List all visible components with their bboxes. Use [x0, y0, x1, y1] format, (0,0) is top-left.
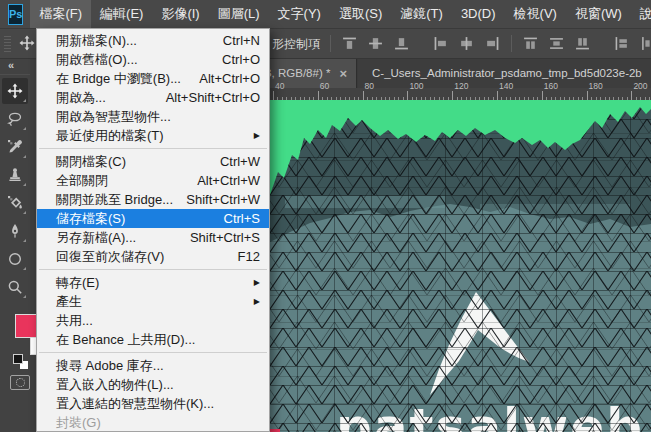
menu-item[interactable]: 另存新檔(A)...Shift+Ctrl+S [37, 228, 269, 247]
menubar-item-10[interactable]: 視窗(W) [566, 0, 631, 28]
menu-item-label: 最近使用的檔案(T) [56, 127, 164, 145]
distribute-bottom-icon[interactable] [575, 36, 590, 51]
ruler-tick-60: 60 [318, 91, 319, 100]
menu-item[interactable]: 搜尋 Adobe 庫存... [37, 356, 269, 375]
submenu-arrow-icon: ▶ [254, 278, 260, 287]
menu-item[interactable]: 共用... [37, 311, 269, 330]
collapse-panel-icon[interactable]: « [0, 58, 30, 75]
document-canvas[interactable]: patsalweb [270, 100, 651, 432]
default-foreground-chip [13, 354, 23, 364]
ruler-tick-120: 120 [452, 91, 453, 100]
tool-list [0, 78, 30, 300]
menu-item-label: 開新檔案(N)... [56, 32, 137, 50]
distribute-hcenter-icon[interactable] [640, 36, 651, 51]
menu-item[interactable]: 全部關閉Alt+Ctrl+W [37, 171, 269, 190]
menubar-item-7[interactable]: 濾鏡(T) [391, 0, 452, 28]
menu-item[interactable]: 開新檔案(N)...Ctrl+N [37, 31, 269, 50]
tab-label: C-_Users_Administrator_psdamo_tmp_bd5d02… [372, 67, 642, 79]
menu-item-label: 另存新檔(A)... [56, 229, 136, 247]
ruler-tick-80: 80 [363, 91, 364, 100]
menubar-item-4[interactable]: 圖層(L) [209, 0, 269, 28]
menu-item-label: 開啟為... [56, 89, 106, 107]
menu-item[interactable]: 關閉並跳至 Bridge...Shift+Ctrl+W [37, 190, 269, 209]
photoshop-window: Ps 檔案(F)編輯(E)影像(I)圖層(L)文字(Y)選取(S)濾鏡(T)3D… [0, 0, 651, 432]
menu-item[interactable]: 最近使用的檔案(T)▶ [37, 126, 269, 145]
menu-item-shortcut: Ctrl+O [222, 52, 260, 67]
menu-item-shortcut: Ctrl+W [220, 154, 260, 169]
menu-item[interactable]: 置入連結的智慧型物件(K)... [37, 394, 269, 413]
menu-item[interactable]: 在 Bridge 中瀏覽(B)...Alt+Ctrl+O [37, 69, 269, 88]
menu-item: 封裝(G) [37, 413, 269, 432]
tab-label: B, RGB/8#) * [264, 67, 330, 79]
pen-tool[interactable] [2, 218, 28, 244]
menubar-item-2[interactable]: 編輯(E) [91, 0, 152, 28]
ruler-tick-160: 160 [542, 91, 543, 100]
close-tab-icon[interactable]: × [339, 67, 347, 80]
menu-item-label: 在 Bridge 中瀏覽(B)... [56, 70, 181, 88]
menu-item[interactable]: 轉存(E)▶ [37, 273, 269, 292]
menu-item-shortcut: Ctrl+S [224, 211, 260, 226]
tools-panel: « [0, 58, 30, 432]
menu-separator [39, 148, 267, 149]
menu-item[interactable]: 開啟為...Alt+Shift+Ctrl+O [37, 88, 269, 107]
distribute-left-icon[interactable] [614, 36, 629, 51]
menu-item-label: 開啟為智慧型物件... [56, 108, 171, 126]
eyedropper-tool[interactable] [2, 134, 28, 160]
move-tool[interactable] [2, 78, 28, 104]
distribute-vcenter-icon[interactable] [549, 36, 564, 51]
menu-item[interactable]: 回復至前次儲存(V)F12 [37, 247, 269, 266]
menu-item-label: 回復至前次儲存(V) [56, 248, 164, 266]
quick-mask-icon[interactable] [10, 375, 30, 390]
menu-item[interactable]: 置入嵌入的物件(L)... [37, 375, 269, 394]
ellipse-tool[interactable] [2, 246, 28, 272]
menu-item-shortcut: F12 [238, 249, 260, 264]
ruler-tick-label: 80 [365, 81, 374, 91]
menu-item[interactable]: 儲存檔案(S)Ctrl+S [37, 209, 269, 228]
ruler-tick-40: 40 [273, 91, 274, 100]
menubar-item-3[interactable]: 影像(I) [152, 0, 208, 28]
menu-item[interactable]: 開啟為智慧型物件... [37, 107, 269, 126]
move-tool-options-icon [19, 35, 35, 51]
menu-item[interactable]: 開啟舊檔(O)...Ctrl+O [37, 50, 269, 69]
menubar-item-11[interactable]: 說明(H) [631, 0, 651, 28]
menu-item-label: 封裝(G) [56, 414, 101, 432]
quick-mask-circle [16, 378, 25, 387]
ruler-tick-label: 40 [275, 81, 284, 91]
menu-item[interactable]: 產生▶ [37, 292, 269, 311]
ruler-tick-label: 180 [589, 81, 603, 91]
align-left-icon[interactable] [433, 36, 448, 51]
menu-separator [39, 352, 267, 353]
panel-gripper-icon[interactable] [4, 34, 11, 52]
menu-item[interactable]: 關閉檔案(C)Ctrl+W [37, 152, 269, 171]
photoshop-logo[interactable]: Ps [8, 4, 23, 25]
menubar-item-5[interactable]: 文字(Y) [269, 0, 330, 28]
default-colors-icon[interactable] [13, 354, 28, 369]
menu-item-shortcut: Alt+Shift+Ctrl+O [166, 90, 260, 105]
submenu-arrow-icon: ▶ [254, 131, 260, 140]
options-divider [511, 35, 512, 52]
menu-item-shortcut: Alt+Ctrl+O [199, 71, 260, 86]
file-menu-dropdown: 開新檔案(N)...Ctrl+N開啟舊檔(O)...Ctrl+O在 Bridge… [36, 28, 270, 432]
menubar-item-1[interactable]: 檔案(F) [30, 0, 91, 28]
ruler-tick-label: 160 [544, 81, 558, 91]
align-vcenter-icon[interactable] [368, 36, 383, 51]
menubar-item-9[interactable]: 檢視(V) [505, 0, 566, 28]
clone-stamp-tool[interactable] [2, 162, 28, 188]
ruler-ticks: 406080100120140160180200 [273, 88, 651, 100]
menubar: Ps 檔案(F)編輯(E)影像(I)圖層(L)文字(Y)選取(S)濾鏡(T)3D… [0, 0, 651, 29]
menubar-item-6[interactable]: 選取(S) [330, 0, 391, 28]
align-bottom-icon[interactable] [394, 36, 409, 51]
align-hcenter-icon[interactable] [459, 36, 474, 51]
submenu-arrow-icon: ▶ [254, 297, 260, 306]
lasso-tool[interactable] [2, 106, 28, 132]
menu-item-label: 儲存檔案(S) [56, 210, 125, 228]
align-top-icon[interactable] [342, 36, 357, 51]
menu-item[interactable]: 在 Behance 上共用(D)... [37, 330, 269, 349]
zoom-tool[interactable] [2, 274, 28, 300]
align-right-icon[interactable] [485, 36, 500, 51]
menu-item-label: 開啟舊檔(O)... [56, 51, 138, 69]
show-transform-controls-label[interactable]: 形控制項 [272, 36, 320, 53]
menubar-item-8[interactable]: 3D(D) [452, 0, 505, 28]
paint-bucket-tool[interactable] [2, 190, 28, 216]
distribute-top-icon[interactable] [523, 36, 538, 51]
